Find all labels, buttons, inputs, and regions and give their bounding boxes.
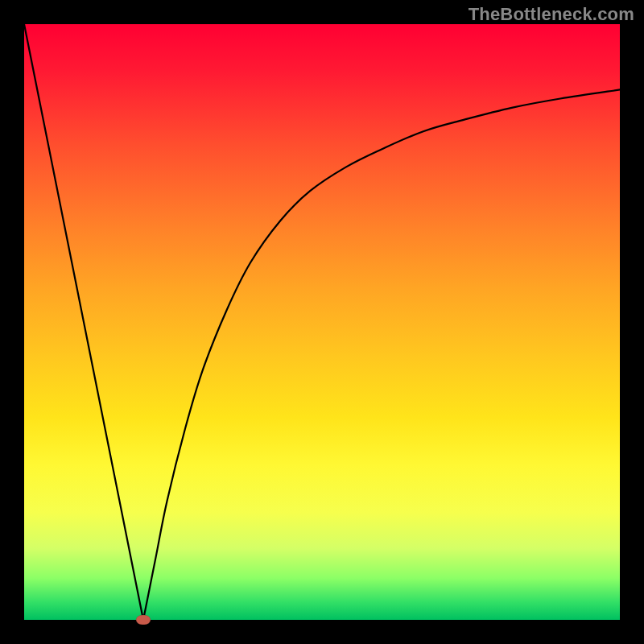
plot-area	[24, 24, 620, 620]
chart-frame: TheBottleneck.com	[0, 0, 644, 644]
bottleneck-curve	[24, 24, 620, 620]
watermark-text: TheBottleneck.com	[469, 4, 634, 25]
optimal-point-marker	[136, 615, 151, 625]
